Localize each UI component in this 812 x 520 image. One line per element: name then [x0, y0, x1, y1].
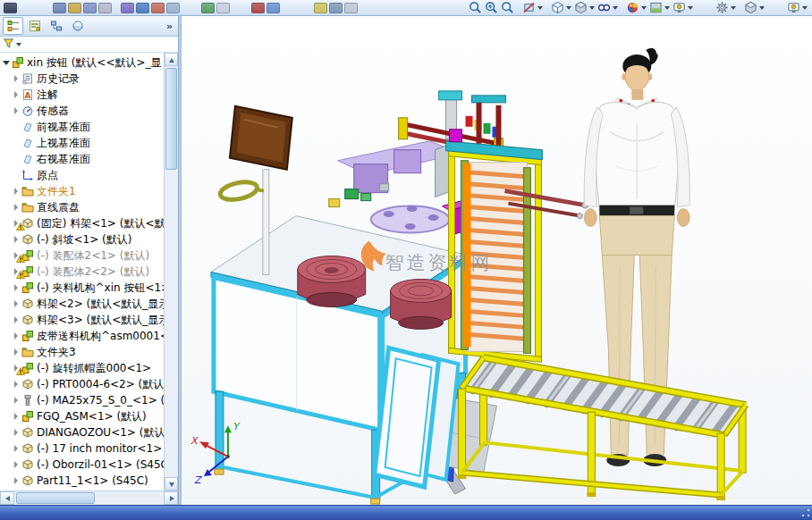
- expand-arrow-icon[interactable]: [12, 473, 21, 489]
- toolbar-icon-6[interactable]: [121, 3, 134, 13]
- expand-arrow-icon[interactable]: [12, 103, 21, 119]
- apply-scene-icon[interactable]: [649, 0, 670, 14]
- tree-item[interactable]: 皮带送料机构^asm0001<: [0, 328, 164, 344]
- toolbar-icon-5[interactable]: [98, 3, 112, 13]
- tree-item[interactable]: (-) 17 inch monitor<1> (默: [0, 440, 164, 457]
- expand-arrow-icon[interactable]: [12, 296, 21, 312]
- tree-item[interactable]: Part11_1<1> (S45C): [0, 473, 164, 489]
- toolbar-icon-9[interactable]: [166, 3, 180, 13]
- scroll-down-button[interactable]: [165, 477, 178, 491]
- expand-arrow-icon[interactable]: [12, 424, 21, 440]
- tree-item[interactable]: 文件夹3: [0, 344, 164, 360]
- toolbar-icon-8[interactable]: [151, 3, 165, 13]
- toolbar-icon-12[interactable]: [251, 3, 265, 13]
- tree-item[interactable]: (-) 装配体2<2> (默认): [0, 264, 164, 280]
- h-scroll-track[interactable]: [14, 491, 164, 505]
- dropdown-caret-icon[interactable]: [566, 6, 571, 10]
- configuration-manager-tab[interactable]: [46, 17, 66, 35]
- tree-item[interactable]: (-) 旋转抓帽盖000<1>: [0, 360, 164, 376]
- tree-item[interactable]: 原点: [0, 167, 164, 183]
- expand-arrow-icon[interactable]: [12, 457, 21, 473]
- dropdown-caret-icon[interactable]: [688, 6, 693, 10]
- filter-funnel-icon[interactable]: [3, 38, 14, 52]
- tree-item[interactable]: FGQ_ASM<1> (默认): [0, 408, 164, 424]
- expand-arrow-icon[interactable]: [12, 199, 21, 215]
- zoom-to-fit-icon[interactable]: [469, 0, 482, 14]
- toolbar-icon-2[interactable]: [53, 3, 66, 13]
- toolbar-icon-1[interactable]: [4, 3, 17, 13]
- display-manager-tab[interactable]: [67, 17, 88, 35]
- dropdown-caret-icon[interactable]: [641, 6, 647, 10]
- panel-horizontal-scrollbar[interactable]: [0, 491, 178, 505]
- tree-item[interactable]: 直线震盘: [0, 199, 164, 215]
- toolbar-icon-10[interactable]: [201, 3, 215, 13]
- tree-item[interactable]: DIANGAOZOU<1> (默认): [0, 424, 164, 440]
- dropdown-caret-icon[interactable]: [731, 6, 736, 10]
- expand-arrow-icon[interactable]: [12, 392, 21, 408]
- tree-item[interactable]: (-) 斜坡<1> (默认): [0, 231, 164, 247]
- hide-show-items-icon[interactable]: [597, 0, 618, 14]
- tree-item[interactable]: 料架<2> (默认<默认_显示: [0, 296, 164, 312]
- tree-item[interactable]: 历史记录: [0, 71, 164, 87]
- display-style-icon[interactable]: [574, 0, 595, 14]
- expand-arrow-icon[interactable]: [12, 231, 21, 247]
- section-view-icon[interactable]: [522, 0, 543, 14]
- toolbar-icon-13[interactable]: [266, 3, 280, 13]
- tree-item[interactable]: (-) 装配体2<1> (默认): [0, 247, 164, 264]
- expand-arrow-icon[interactable]: [12, 280, 21, 296]
- dropdown-caret-icon[interactable]: [589, 6, 595, 10]
- dropdown-caret-icon[interactable]: [759, 6, 765, 10]
- view-settings-icon[interactable]: [672, 0, 693, 14]
- filter-dropdown-icon[interactable]: [16, 43, 21, 46]
- resize-grip[interactable]: [801, 508, 810, 517]
- tree-item[interactable]: 前视基准面: [0, 119, 164, 135]
- expand-arrow-icon[interactable]: [12, 376, 21, 392]
- tree-item[interactable]: xin 按钮 (默认<<默认>_显: [0, 55, 164, 71]
- dropdown-caret-icon[interactable]: [537, 6, 543, 10]
- tree-item[interactable]: 传感器: [0, 103, 164, 119]
- tree-item[interactable]: (固定) 料架<1> (默认<默: [0, 215, 164, 231]
- dropdown-caret-icon[interactable]: [802, 6, 808, 10]
- scroll-up-button[interactable]: [165, 53, 178, 66]
- tree-item[interactable]: 料架<3> (默认<默认_显示: [0, 312, 164, 328]
- expand-arrow-icon[interactable]: [12, 328, 21, 344]
- toolbar-display-icon[interactable]: [744, 0, 765, 14]
- tree-item[interactable]: 上视基准面: [0, 135, 164, 151]
- edit-appearance-icon[interactable]: [626, 0, 647, 14]
- toolbar-icon-16[interactable]: [344, 3, 358, 13]
- dropdown-caret-icon[interactable]: [664, 6, 670, 10]
- assembly-3d-view[interactable]: 智造资料网 X Y Z: [182, 16, 812, 505]
- expand-arrow-icon[interactable]: [2, 55, 12, 71]
- expand-arrow-icon[interactable]: [12, 312, 21, 328]
- expand-arrow-icon[interactable]: [12, 71, 21, 87]
- feature-manager-tab[interactable]: [3, 17, 23, 35]
- toolbar-icon-4[interactable]: [83, 3, 97, 13]
- toolbar-screen-icon[interactable]: [787, 0, 808, 14]
- previous-view-icon[interactable]: [501, 0, 514, 14]
- expand-arrow-icon[interactable]: [12, 183, 21, 199]
- scroll-track[interactable]: [165, 66, 178, 477]
- panel-expand-chevron[interactable]: »: [164, 21, 175, 32]
- property-manager-tab[interactable]: [24, 17, 45, 35]
- toolbar-tools-icon[interactable]: [715, 0, 736, 14]
- h-scroll-thumb[interactable]: [16, 492, 95, 504]
- tree-item[interactable]: A注解: [0, 87, 164, 103]
- toolbar-icon-7[interactable]: [136, 3, 149, 13]
- tree-item[interactable]: 文件夹1: [0, 183, 164, 199]
- graphics-area[interactable]: 智造资料网 X Y Z: [182, 16, 812, 505]
- tree-item[interactable]: (-) PRT0004-6<2> (默认: [0, 376, 164, 392]
- tree-item[interactable]: (-) Oborzil-01<1> (S45C: [0, 457, 164, 473]
- tree-vertical-scrollbar[interactable]: [164, 53, 178, 491]
- tree-item[interactable]: (-) 夹料机构^xin 按钮<1>: [0, 280, 164, 296]
- toolbar-icon-15[interactable]: [329, 3, 343, 13]
- toolbar-icon-3[interactable]: [68, 3, 81, 13]
- toolbar-icon-14[interactable]: [314, 3, 327, 13]
- scroll-thumb[interactable]: [165, 68, 177, 170]
- scroll-right-button[interactable]: [164, 491, 178, 505]
- dropdown-caret-icon[interactable]: [613, 6, 618, 10]
- expand-arrow-icon[interactable]: [12, 440, 21, 457]
- zoom-to-area-icon[interactable]: [485, 0, 498, 14]
- expand-arrow-icon[interactable]: [12, 344, 21, 360]
- tree-item[interactable]: 右视基准面: [0, 151, 164, 167]
- tree-item[interactable]: (-) MA25x75_S_0_<1> (: [0, 392, 164, 408]
